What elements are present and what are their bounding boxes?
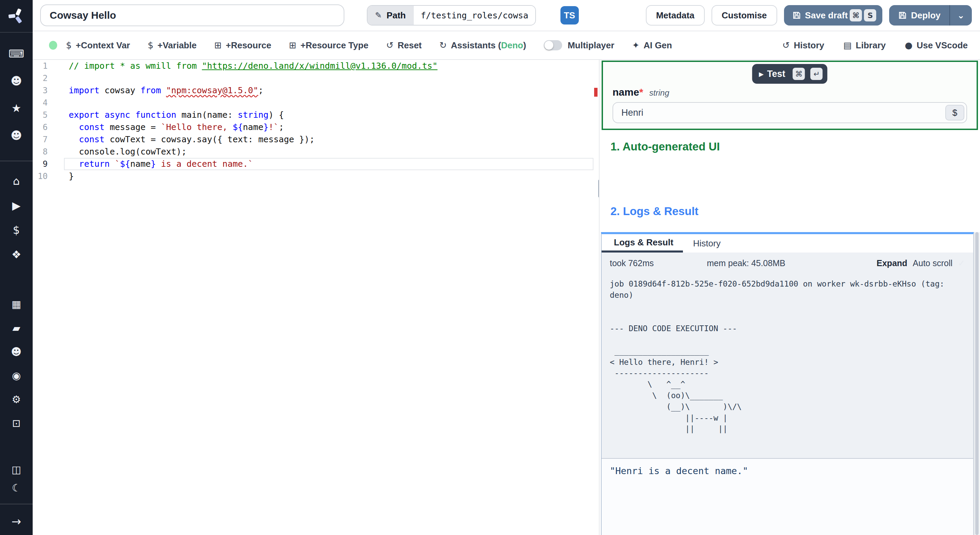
arg-input-wrapper: $ [612,102,967,123]
add-resource-icon: ⊞ [215,40,222,50]
topbar: ✎ Path f/testing_roles/cowsa TS Metadata… [33,0,980,31]
code-line-10: 10} [33,170,599,182]
code-line-6: 6 const message = `Hello there, ${name}!… [33,121,599,134]
use-vscode-button[interactable]: ●Use VScode [905,40,968,51]
line-number: 5 [33,109,64,121]
preview-scrollbar-thumb[interactable] [975,232,978,535]
assistants-button-suffix: ) [523,40,526,51]
sidebar-group-4: ◫☾ [0,460,33,497]
save-icon [792,11,801,20]
variables-icon[interactable]: $ [0,218,33,242]
add-context-var-button[interactable]: $+Context Var [66,40,130,51]
code-text: } [64,170,74,182]
multiplayer-toggle[interactable] [544,40,562,50]
code-line-8: 8 console.log(cowText); [33,146,599,158]
code-text: // import * as wmill from "https://deno.… [64,60,438,72]
sidebar-group-1: ⌨☻★☻ [0,40,33,149]
assistants-icon: ↻ [439,40,447,50]
insert-variable-button[interactable]: $ [945,105,964,121]
path-value: f/testing_roles/cowsa [413,6,535,25]
line-number: 7 [33,134,64,146]
code-text: const cowText = cowsay.say({ text: messa… [64,134,314,146]
ai-gen-icon: ✦ [632,40,640,50]
collapse-sidebar-icon[interactable]: → [0,508,33,535]
test-button[interactable]: ▶ Test ⌘ ↵ [752,64,827,84]
customise-button[interactable]: Customise [711,5,777,25]
expand-button[interactable]: Expand [877,258,907,268]
metadata-button[interactable]: Metadata [646,5,705,25]
code-editor[interactable]: 1// import * as wmill from "https://deno… [33,60,600,535]
code-text [64,72,69,84]
user-icon[interactable]: ☻ [0,67,33,95]
line-number: 9 [33,158,64,170]
code-line-2: 2 [33,72,599,84]
use-vscode-icon: ● [905,40,913,50]
add-resource-button[interactable]: ⊞+Resource [215,40,271,51]
groups-icon[interactable]: ☻ [0,340,33,363]
test-args-box: ▶ Test ⌘ ↵ name* string $ [601,61,978,130]
line-number: 3 [33,84,64,97]
add-context-var-icon: $ [66,40,72,50]
error-overview-marker [594,88,598,97]
docs-icon[interactable]: ◫ [0,460,33,479]
tab-logs-result[interactable]: Logs & Result [601,234,683,253]
arg-field: name* string $ [603,86,977,123]
line-number: 2 [33,72,64,84]
workers-icon[interactable]: ⊡ [0,411,33,435]
play-icon: ▶ [759,70,764,78]
folders-icon[interactable]: ▰ [0,316,33,340]
dark-mode-icon[interactable]: ☾ [0,479,33,497]
assistants-button-label: Assistants ( [451,40,501,51]
tab-history[interactable]: History [683,234,731,253]
line-number: 6 [33,121,64,134]
add-resource-button-label: +Resource [226,40,271,51]
runs-icon[interactable]: ▶ [0,193,33,218]
audit-logs-icon[interactable]: ◉ [0,363,33,387]
ai-gen-button-label: AI Gen [643,40,672,51]
history-button-label: History [794,40,824,51]
topbar-actions: Metadata Customise Save draft ⌘ S De [646,5,972,25]
code-text: const message = `Hello there, ${name}!`; [64,121,284,134]
enter-key-chip: ↵ [811,68,823,80]
users-icon[interactable]: ☻ [0,122,33,149]
settings-icon[interactable]: ⚙ [0,387,33,411]
script-title-input[interactable] [40,5,344,26]
add-context-var-button-label: +Context Var [76,40,130,51]
history-button[interactable]: ↺History [782,40,824,51]
add-variable-button-label: +Variable [158,40,197,51]
workspace-icon[interactable]: ⌨ [0,40,33,67]
logs-output: job 0189d64f-812b-525e-f020-652bd9da1100… [601,274,973,458]
chevron-down-icon[interactable]: ⌄ [950,5,972,25]
s-key-chip: S [864,9,876,21]
run-meta-row: took 762ms mem peak: 45.08MB Expand Auto… [601,253,973,274]
add-resource-type-button[interactable]: ⊞+Resource Type [289,40,368,51]
sidebar-divider [0,504,33,505]
resources-icon[interactable]: ❖ [0,242,33,267]
add-resource-type-icon: ⊞ [289,40,296,50]
favorites-star-icon[interactable]: ★ [0,95,33,122]
windmill-logo[interactable] [0,0,33,33]
result-output: "Henri is a decent name." [601,458,973,535]
save-draft-button[interactable]: Save draft ⌘ S [784,5,883,25]
reset-button-label: Reset [398,40,422,51]
reset-button[interactable]: ↺Reset [386,40,422,51]
line-number: 8 [33,146,64,158]
app-window: ⌨☻★☻⌂▶$❖▦▰☻◉⚙⊡◫☾ → ✎ Path f/testing_role… [0,0,980,535]
auto-scroll-toggle[interactable]: Auto scroll [913,258,953,268]
add-variable-icon: $ [148,40,153,50]
home-icon[interactable]: ⌂ [0,169,33,193]
use-vscode-button-label: Use VScode [917,40,968,51]
add-variable-button[interactable]: $+Variable [148,40,196,51]
sidebar: ⌨☻★☻⌂▶$❖▦▰☻◉⚙⊡◫☾ → [0,0,33,535]
name-arg-input[interactable] [613,103,966,123]
library-button[interactable]: ▤Library [843,40,886,51]
assistants-button[interactable]: ↻Assistants (Deno) [439,40,526,51]
arg-type-label: string [649,88,669,98]
code-line-7: 7 const cowText = cowsay.say({ text: mes… [33,134,599,146]
deploy-button[interactable]: Deploy ⌄ [889,5,972,25]
ai-gen-button[interactable]: ✦AI Gen [632,40,672,51]
windmill-logo-icon [8,7,25,25]
path-widget[interactable]: ✎ Path f/testing_roles/cowsa [367,5,536,25]
schedules-icon[interactable]: ▦ [0,292,33,316]
toggle-knob [544,41,553,50]
